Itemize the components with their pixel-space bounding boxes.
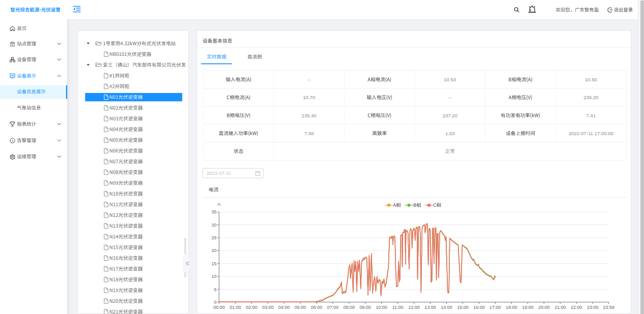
svg-text:15: 15 — [211, 261, 217, 266]
svg-text:--: -- — [448, 95, 451, 100]
svg-text:10:00: 10:00 — [376, 305, 387, 310]
svg-text:05:00: 05:00 — [295, 305, 306, 310]
svg-text:07:00: 07:00 — [327, 305, 339, 310]
svg-text:2022-07-11: 2022-07-11 — [207, 170, 231, 176]
svg-text:235.40: 235.40 — [301, 113, 316, 118]
svg-text:14:00: 14:00 — [441, 305, 452, 310]
svg-text:30: 30 — [211, 223, 217, 228]
svg-text:236.20: 236.20 — [584, 95, 598, 100]
svg-text:17:00: 17:00 — [489, 305, 501, 310]
svg-text:23:00: 23:00 — [587, 305, 599, 310]
svg-text:00:00: 00:00 — [213, 305, 225, 310]
svg-text:7.58: 7.58 — [304, 131, 314, 136]
svg-text:01:00: 01:00 — [230, 305, 241, 310]
svg-text:08:00: 08:00 — [343, 305, 355, 310]
svg-text:12:00: 12:00 — [408, 305, 420, 310]
svg-text:23:59: 23:59 — [603, 305, 615, 310]
svg-text:18:00: 18:00 — [506, 305, 517, 310]
svg-text:06:00: 06:00 — [311, 305, 323, 310]
svg-text:02:00: 02:00 — [246, 305, 258, 310]
svg-text:19:00: 19:00 — [522, 305, 534, 310]
svg-text:20: 20 — [211, 248, 217, 253]
svg-text:0: 0 — [214, 300, 217, 305]
svg-text:04:00: 04:00 — [279, 305, 290, 310]
svg-text:25: 25 — [211, 235, 217, 240]
svg-text:13:00: 13:00 — [424, 305, 436, 310]
svg-text:10.70: 10.70 — [303, 95, 315, 100]
svg-text:7.41: 7.41 — [586, 113, 596, 118]
svg-text:A: A — [218, 202, 221, 207]
svg-text:237.20: 237.20 — [443, 113, 457, 118]
svg-text:1.93: 1.93 — [445, 131, 455, 136]
svg-text:11:00: 11:00 — [392, 305, 404, 310]
svg-text:16:00: 16:00 — [473, 305, 485, 310]
svg-text:22:00: 22:00 — [571, 305, 582, 310]
svg-text:10: 10 — [211, 274, 217, 279]
svg-text:10.50: 10.50 — [585, 77, 597, 82]
svg-text:03:00: 03:00 — [262, 305, 274, 310]
svg-text:35: 35 — [211, 209, 217, 214]
svg-text:5: 5 — [214, 287, 217, 292]
svg-text:10.50: 10.50 — [444, 77, 456, 82]
svg-text:15:00: 15:00 — [457, 305, 469, 310]
svg-text:09:00: 09:00 — [359, 305, 371, 310]
svg-text:20:00: 20:00 — [538, 305, 550, 310]
svg-text:2022-07-11 17:00:00: 2022-07-11 17:00:00 — [569, 131, 614, 136]
svg-text:21:00: 21:00 — [555, 305, 566, 310]
svg-text:--: -- — [308, 77, 311, 82]
